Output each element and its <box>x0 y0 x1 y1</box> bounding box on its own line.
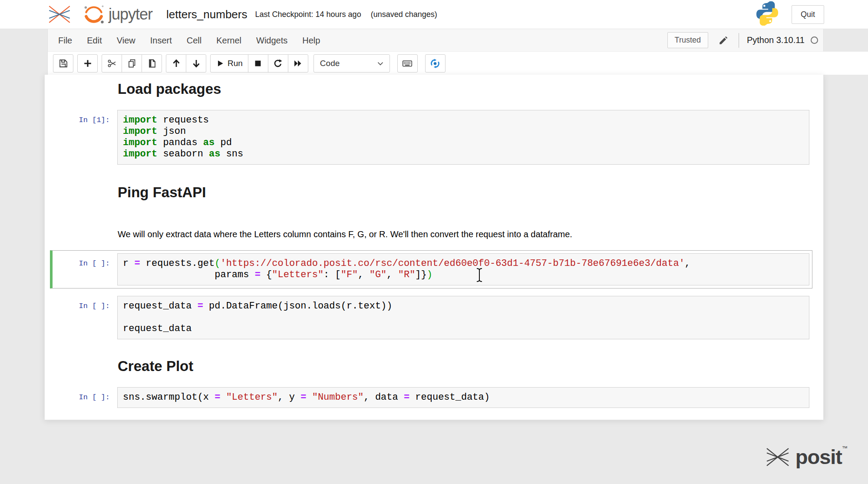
code-line: import json <box>123 126 804 137</box>
save-button[interactable] <box>53 54 73 73</box>
save-icon <box>58 58 69 69</box>
scissors-icon <box>107 58 117 69</box>
cell-prompt: In [ ]: <box>53 296 117 339</box>
toolbar: Run Code <box>48 52 868 75</box>
restart-icon <box>273 58 283 69</box>
copy-button[interactable] <box>122 54 142 73</box>
posit-footer-logo: posit ™ <box>765 445 848 469</box>
move-down-button[interactable] <box>186 54 206 73</box>
cell-prompt: In [ ]: <box>53 387 117 408</box>
menu-item-kernel[interactable]: Kernel <box>209 29 249 52</box>
code-cell-request-selected: In [ ]: r = requests.get('https://colora… <box>50 250 812 288</box>
trusted-button[interactable]: Trusted <box>667 32 708 48</box>
run-label: Run <box>228 59 243 68</box>
checkpoint-status: Last Checkpoint: 14 hours ago <box>255 10 361 19</box>
jupyter-logo[interactable]: jupyter <box>83 3 152 26</box>
kernel-idle-icon <box>811 36 818 44</box>
python-logo-icon <box>755 1 779 27</box>
menu-item-edit[interactable]: Edit <box>79 29 109 52</box>
run-button[interactable]: Run <box>210 54 248 73</box>
code-cell-imports: In [1]: import requestsimport jsonimport… <box>50 107 812 168</box>
cell-type-value: Code <box>320 59 376 68</box>
edit-title-button[interactable] <box>718 35 729 46</box>
code-line: request_data = pd.DataFrame(json.loads(r… <box>123 301 804 312</box>
divider <box>739 33 739 48</box>
code-editor-swarmplot[interactable]: sns.swarmplot(x = "Letters", y = "Number… <box>117 387 809 408</box>
heading-load-packages: Load packages <box>118 81 812 97</box>
menu-item-insert[interactable]: Insert <box>143 29 179 52</box>
chevron-down-icon <box>376 59 385 68</box>
cell-prompt: In [ ]: <box>53 253 117 285</box>
posit-mark-icon <box>48 4 71 25</box>
menubar-right: Trusted Python 3.10.11 <box>667 32 823 48</box>
arrow-down-icon <box>191 58 201 69</box>
code-line: request_data <box>123 323 804 335</box>
code-line <box>123 312 804 323</box>
menu-item-widgets[interactable]: Widgets <box>249 29 295 52</box>
code-editor-dataframe[interactable]: request_data = pd.DataFrame(json.loads(r… <box>117 296 809 339</box>
posit-footer-wordmark: posit <box>795 445 842 469</box>
copy-icon <box>127 58 137 69</box>
kernel-name: Python 3.10.11 <box>747 35 805 45</box>
code-editor-imports[interactable]: import requestsimport jsonimport pandas … <box>117 110 809 165</box>
code-editor-request[interactable]: r = requests.get('https://colorado.posit… <box>117 253 809 285</box>
code-line: params = {"Letters": ["F", "G", "R"]}) <box>123 269 804 281</box>
main-area: Load packages In [1]: import requestsimp… <box>0 75 868 484</box>
code-cell-swarmplot: In [ ]: sns.swarmplot(x = "Letters", y =… <box>50 384 812 411</box>
app-header: jupyter letters_numbers Last Checkpoint:… <box>0 0 868 29</box>
trademark-symbol: ™ <box>842 445 848 451</box>
menu-item-help[interactable]: Help <box>295 29 327 52</box>
code-line: import pandas as pd <box>123 137 804 149</box>
posit-footer-mark-icon <box>765 446 790 468</box>
heading-create-plot: Create Plot <box>118 358 812 375</box>
code-line: import seaborn as sns <box>123 149 804 160</box>
plus-icon <box>83 59 92 68</box>
markdown-paragraph: We will only extract data where the Lett… <box>118 229 812 240</box>
notebook-title[interactable]: letters_numbers <box>166 8 247 21</box>
restart-run-all-button[interactable] <box>288 54 308 73</box>
paste-icon <box>147 58 157 69</box>
cell-prompt: In [1]: <box>53 110 117 165</box>
quit-button[interactable]: Quit <box>792 5 824 24</box>
arrow-up-icon <box>171 58 182 69</box>
heading-ping-fastapi: Ping FastAPI <box>118 184 812 201</box>
menubar: FileEditViewInsertCellKernelWidgetsHelp … <box>48 29 824 52</box>
mouse-text-cursor <box>475 268 484 284</box>
add-cell-button[interactable] <box>77 54 98 73</box>
stop-button[interactable] <box>248 54 268 73</box>
unsaved-changes-status: (unsaved changes) <box>371 10 437 19</box>
keyboard-shortcuts-button[interactable] <box>397 54 418 73</box>
menu-item-file[interactable]: File <box>51 29 79 52</box>
fast-forward-icon <box>293 58 303 69</box>
stop-icon <box>253 59 263 68</box>
keyboard-icon <box>402 58 413 69</box>
jupyter-icon <box>83 3 105 26</box>
paste-button[interactable] <box>142 54 162 73</box>
cell-type-select[interactable]: Code <box>314 54 390 73</box>
menu-item-view[interactable]: View <box>109 29 143 52</box>
posit-logo <box>48 4 71 25</box>
pencil-icon <box>718 35 729 46</box>
code-line: r = requests.get('https://colorado.posit… <box>123 258 804 269</box>
menu-items: FileEditViewInsertCellKernelWidgetsHelp <box>48 29 327 52</box>
widgets-sync-icon <box>429 58 441 69</box>
widgets-button[interactable] <box>425 54 446 73</box>
code-cell-dataframe: In [ ]: request_data = pd.DataFrame(json… <box>50 293 812 342</box>
menu-item-cell[interactable]: Cell <box>179 29 209 52</box>
move-up-button[interactable] <box>166 54 186 73</box>
code-line: import requests <box>123 115 804 126</box>
play-icon <box>216 59 224 68</box>
code-line: sns.swarmplot(x = "Letters", y = "Number… <box>123 392 804 403</box>
jupyter-wordmark: jupyter <box>109 5 152 23</box>
notebook-chrome: FileEditViewInsertCellKernelWidgetsHelp … <box>47 29 868 75</box>
restart-kernel-button[interactable] <box>268 54 288 73</box>
notebook-page: Load packages In [1]: import requestsimp… <box>44 75 824 420</box>
cut-button[interactable] <box>102 54 122 73</box>
